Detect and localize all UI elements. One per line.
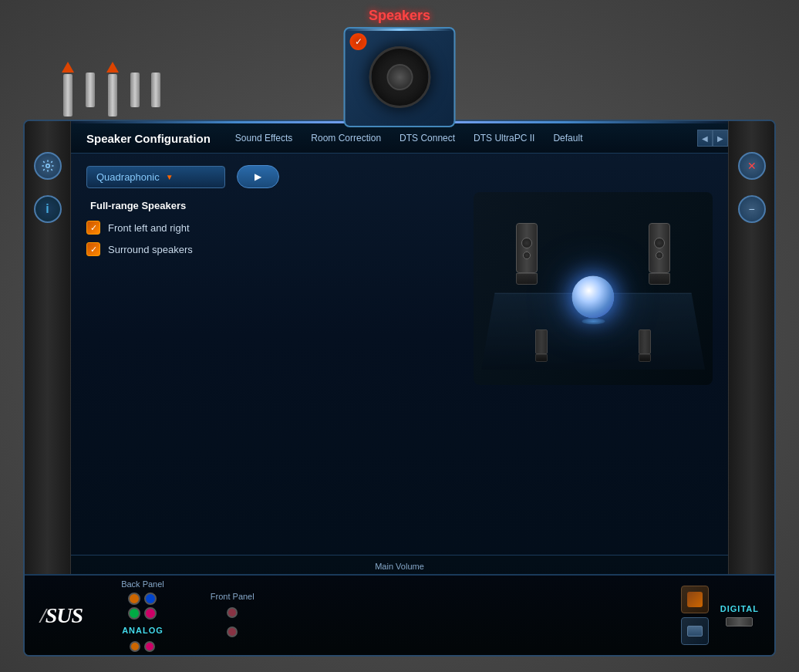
- speaker-config-title: Speaker Configuration: [86, 132, 211, 145]
- speaker-popup: Speakers ✓: [344, 8, 456, 127]
- back-jack-green[interactable]: [128, 607, 140, 620]
- dropdown-value: Quadraphonic: [96, 171, 160, 183]
- rear-left-speaker: [535, 329, 548, 362]
- jack-3: [106, 62, 119, 117]
- volume-label: Main Volume: [86, 562, 713, 571]
- tab-nav-arrows: ◀ ▶: [697, 130, 728, 147]
- minus-button[interactable]: −: [738, 195, 766, 223]
- back-panel-section: Back Panel ANALOG: [121, 579, 164, 652]
- asus-logo: /SUS: [40, 603, 83, 628]
- jack-1: [62, 62, 74, 117]
- speaker-mode-dropdown[interactable]: Quadraphonic ▼: [86, 166, 225, 188]
- folder-button[interactable]: [681, 617, 709, 645]
- tab-default[interactable]: Default: [544, 130, 592, 147]
- tab-sound-effects[interactable]: Sound Effects: [226, 130, 302, 147]
- config-row: Quadraphonic ▼: [86, 165, 713, 188]
- surround-speakers-label: Surround speakers: [108, 244, 193, 255]
- front-jack-1[interactable]: [227, 607, 238, 618]
- back-panel-label: Back Panel: [121, 579, 164, 589]
- main-content: Quadraphonic ▼ Full-range Speakers ✓ Fro…: [71, 154, 728, 275]
- record-button[interactable]: [681, 586, 709, 613]
- jack-4: [130, 62, 140, 117]
- back-jack-blue[interactable]: [144, 593, 157, 605]
- speaker-icon: [369, 46, 430, 108]
- speaker-popup-box[interactable]: ✓: [344, 27, 456, 127]
- front-speakers-checkbox[interactable]: ✓: [86, 221, 100, 235]
- front-panel-section: Front Panel: [211, 592, 255, 640]
- back-jack-pink[interactable]: [144, 607, 157, 620]
- tab-prev-button[interactable]: ◀: [697, 130, 713, 147]
- center-glow-ball: [572, 276, 615, 319]
- front-speakers-label: Front left and right: [108, 222, 190, 234]
- main-window: i ✕ − Speaker Configuration Sound Effect…: [23, 120, 776, 657]
- content-area: Speaker Configuration Sound Effects Room…: [71, 123, 728, 555]
- surround-speakers-checkbox[interactable]: ✓: [86, 242, 100, 256]
- back-jack-analog-pink[interactable]: [144, 641, 155, 652]
- front-left-speaker: [516, 223, 538, 285]
- speaker-visualization: [474, 192, 713, 385]
- front-panel-label: Front Panel: [211, 592, 255, 601]
- dropdown-arrow-icon: ▼: [166, 173, 174, 181]
- digital-label: DIGITAL: [720, 604, 759, 613]
- settings-button[interactable]: [34, 152, 62, 180]
- tab-next-button[interactable]: ▶: [713, 130, 728, 147]
- footer-bar: /SUS Back Panel ANALOG F: [25, 574, 774, 655]
- play-button[interactable]: [237, 165, 279, 188]
- tab-dts-connect[interactable]: DTS Connect: [390, 130, 464, 147]
- back-jack-orange-1[interactable]: [128, 593, 140, 605]
- digital-port-icon: [726, 617, 753, 626]
- tab-dts-ultrapc[interactable]: DTS UltraPC II: [464, 130, 544, 147]
- front-right-speaker: [649, 223, 670, 285]
- jack-5: [151, 62, 160, 117]
- back-jack-orange-2[interactable]: [130, 641, 140, 652]
- analog-label: ANALOG: [122, 626, 164, 635]
- tab-bar: Speaker Configuration Sound Effects Room…: [71, 123, 728, 154]
- front-jack-2[interactable]: [227, 626, 238, 637]
- rear-right-speaker: [639, 329, 651, 362]
- viz-stage: [474, 192, 713, 385]
- jack-connectors: [62, 62, 160, 117]
- svg-point-0: [46, 164, 49, 168]
- back-panel-jacks: [128, 593, 157, 620]
- speaker-selected-badge: ✓: [350, 33, 367, 50]
- close-button[interactable]: ✕: [738, 152, 766, 180]
- speaker-popup-title: Speakers: [344, 8, 456, 24]
- jack-2: [86, 62, 95, 117]
- tab-room-correction[interactable]: Room Correction: [302, 130, 390, 147]
- right-footer: DIGITAL: [681, 586, 759, 645]
- info-button[interactable]: i: [34, 195, 62, 223]
